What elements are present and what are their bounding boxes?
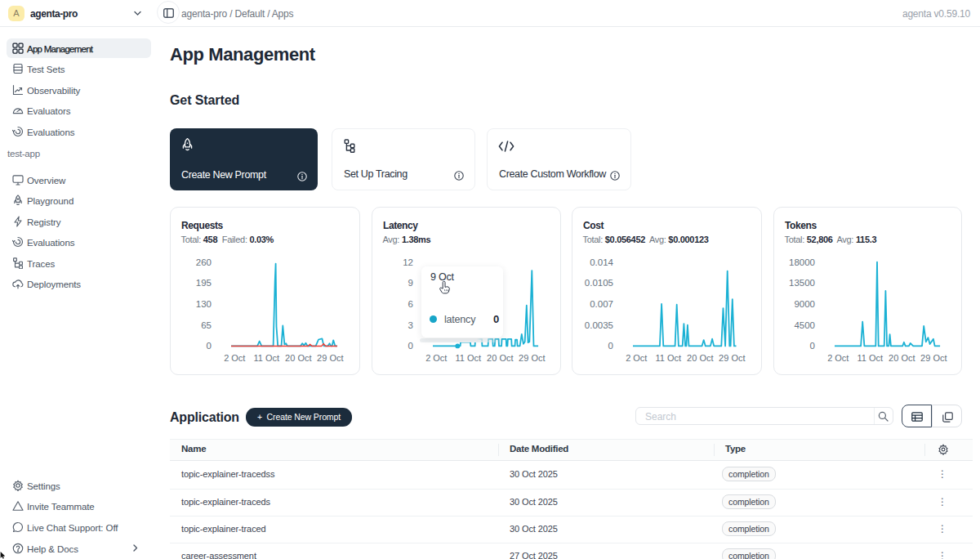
svg-text:29 Oct: 29 Oct [719, 353, 745, 363]
svg-text:65: 65 [201, 320, 212, 330]
svg-text:11 Oct: 11 Oct [254, 353, 280, 363]
svg-text:29 Oct: 29 Oct [317, 353, 343, 363]
svg-text:0.014: 0.014 [590, 257, 613, 267]
svg-text:11 Oct: 11 Oct [656, 353, 682, 363]
svg-text:9: 9 [408, 278, 413, 288]
svg-text:20 Oct: 20 Oct [889, 353, 915, 363]
svg-text:29 Oct: 29 Oct [519, 353, 545, 363]
svg-text:0.0105: 0.0105 [585, 278, 613, 288]
svg-text:2 Oct: 2 Oct [626, 353, 647, 363]
svg-text:20 Oct: 20 Oct [285, 353, 311, 363]
svg-text:4500: 4500 [794, 320, 815, 330]
svg-text:0: 0 [810, 341, 815, 351]
svg-text:11 Oct: 11 Oct [858, 353, 884, 363]
svg-text:20 Oct: 20 Oct [687, 353, 713, 363]
svg-text:0: 0 [207, 341, 212, 351]
svg-text:12: 12 [403, 257, 413, 267]
svg-text:9000: 9000 [794, 299, 815, 309]
svg-text:18000: 18000 [789, 257, 815, 267]
svg-text:0.0035: 0.0035 [585, 320, 613, 330]
svg-text:11 Oct: 11 Oct [456, 353, 482, 363]
svg-text:2 Oct: 2 Oct [425, 353, 447, 363]
svg-text:0: 0 [608, 341, 613, 351]
svg-text:6: 6 [408, 299, 413, 309]
svg-text:13500: 13500 [789, 278, 815, 288]
svg-text:130: 130 [196, 299, 212, 309]
svg-text:260: 260 [196, 257, 212, 267]
svg-text:29 Oct: 29 Oct [920, 353, 947, 363]
svg-text:3: 3 [408, 320, 413, 330]
svg-text:2 Oct: 2 Oct [827, 353, 849, 363]
svg-text:0: 0 [408, 341, 413, 351]
svg-text:2 Oct: 2 Oct [224, 353, 245, 363]
svg-text:195: 195 [196, 278, 212, 288]
svg-text:0.007: 0.007 [590, 299, 613, 309]
svg-text:20 Oct: 20 Oct [487, 353, 513, 363]
